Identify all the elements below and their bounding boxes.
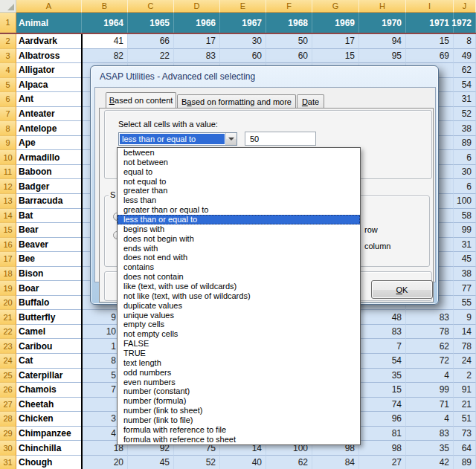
cell-D31[interactable]: 52 xyxy=(174,456,220,469)
cell-E3[interactable]: 60 xyxy=(220,49,266,64)
cell-J30[interactable]: 64 xyxy=(454,441,476,456)
cell-E31[interactable]: 40 xyxy=(220,456,266,469)
cell-A28[interactable]: Chicken xyxy=(16,412,82,427)
cell-I24[interactable]: 72 xyxy=(406,354,454,369)
cell-A12[interactable]: Badger xyxy=(16,179,82,194)
cell-J9[interactable]: 89 xyxy=(454,136,476,151)
cell-J25[interactable]: 2 xyxy=(454,369,476,384)
comparison-combobox[interactable]: less than or equal to xyxy=(118,132,237,146)
cell-I23[interactable]: 62 xyxy=(406,339,454,354)
cell-F3[interactable]: 60 xyxy=(266,49,312,64)
row-header-4[interactable]: 4 xyxy=(0,63,16,78)
cell-D2[interactable]: 17 xyxy=(174,34,220,49)
cell-I1[interactable]: 1971 xyxy=(406,13,454,33)
cell-J3[interactable]: 49 xyxy=(454,49,476,64)
cell-I29[interactable]: 83 xyxy=(406,427,454,441)
row-header-23[interactable]: 23 xyxy=(0,339,16,354)
cell-J7[interactable]: 52 xyxy=(454,107,476,122)
row-header-21[interactable]: 21 xyxy=(0,310,16,325)
column-header-G[interactable]: G xyxy=(312,0,359,13)
row-header-8[interactable]: 8 xyxy=(0,121,16,136)
cell-B3[interactable]: 82 xyxy=(82,49,128,64)
cell-J12[interactable]: 6 xyxy=(454,179,476,194)
row-header-2[interactable]: 2 xyxy=(0,34,16,49)
dropdown-item[interactable]: not like (text, with use of wildcards) xyxy=(118,291,360,301)
cell-J17[interactable]: 45 xyxy=(454,252,476,267)
dropdown-item[interactable]: less than or equal to xyxy=(118,215,360,224)
column-header-A[interactable]: A xyxy=(16,0,82,13)
dropdown-item[interactable]: text length xyxy=(118,358,360,368)
cell-J15[interactable]: 99 xyxy=(454,223,476,238)
cell-J4[interactable]: 62 xyxy=(454,63,476,78)
row-header-29[interactable]: 29 xyxy=(0,427,16,441)
row-header-3[interactable]: 3 xyxy=(0,49,16,64)
row-header-16[interactable]: 16 xyxy=(0,238,16,253)
cell-I26[interactable]: 99 xyxy=(406,383,454,398)
cell-J24[interactable]: 24 xyxy=(454,354,476,369)
column-header-D[interactable]: D xyxy=(174,0,220,13)
cell-J21[interactable]: 9 xyxy=(454,310,476,325)
cell-H30[interactable]: 98 xyxy=(359,441,406,456)
cell-A18[interactable]: Bison xyxy=(16,267,82,282)
select-all-corner[interactable] xyxy=(0,0,16,13)
cell-A20[interactable]: Buffalo xyxy=(16,296,82,311)
cell-F1[interactable]: 1968 xyxy=(266,13,312,33)
cell-I30[interactable]: 35 xyxy=(406,441,454,456)
row-header-28[interactable]: 28 xyxy=(0,412,16,427)
row-header-24[interactable]: 24 xyxy=(0,354,16,369)
cell-I21[interactable]: 83 xyxy=(406,310,454,325)
cell-A29[interactable]: Chimpanzee xyxy=(16,427,82,441)
cell-A11[interactable]: Baboon xyxy=(16,165,82,180)
cell-J27[interactable]: 21 xyxy=(454,398,476,413)
row-header-14[interactable]: 14 xyxy=(0,209,16,224)
dropdown-item[interactable]: like (text, with use of wildcards) xyxy=(118,282,360,291)
cell-A4[interactable]: Alligator xyxy=(16,63,82,78)
row-header-9[interactable]: 9 xyxy=(0,136,16,151)
row-header-13[interactable]: 13 xyxy=(0,194,16,209)
cell-A30[interactable]: Chinchilla xyxy=(16,441,82,456)
cell-C2[interactable]: 66 xyxy=(128,34,174,49)
cell-B1[interactable]: 1964 xyxy=(82,13,128,33)
dropdown-item[interactable]: empty cells xyxy=(118,320,360,329)
cell-H1[interactable]: 1970 xyxy=(359,13,406,33)
cell-J13[interactable]: 100 xyxy=(454,194,476,209)
cell-H29[interactable]: 81 xyxy=(359,427,406,441)
cell-I22[interactable]: 78 xyxy=(406,325,454,340)
cell-G1[interactable]: 1969 xyxy=(312,13,359,33)
tab-based-on-content[interactable]: Based on content xyxy=(106,92,176,108)
cell-J16[interactable]: 31 xyxy=(454,238,476,253)
cell-J26[interactable]: 91 xyxy=(454,383,476,398)
row-header-31[interactable]: 31 xyxy=(0,456,16,469)
cell-J29[interactable]: 73 xyxy=(454,427,476,441)
row-header-1[interactable]: 1 xyxy=(0,13,16,33)
cell-H3[interactable]: 95 xyxy=(359,49,406,64)
row-header-7[interactable]: 7 xyxy=(0,107,16,122)
dropdown-item[interactable]: number (formula) xyxy=(118,396,360,406)
dropdown-item[interactable]: begins with xyxy=(118,224,360,234)
cell-H21[interactable]: 48 xyxy=(359,310,406,325)
cell-H28[interactable]: 96 xyxy=(359,412,406,427)
dropdown-item[interactable]: between xyxy=(118,148,360,158)
cell-J22[interactable]: 14 xyxy=(454,325,476,340)
cell-J20[interactable]: 55 xyxy=(454,296,476,311)
dropdown-item[interactable]: FALSE xyxy=(118,339,360,349)
cell-A3[interactable]: Albatross xyxy=(16,49,82,64)
cell-D1[interactable]: 1966 xyxy=(174,13,220,33)
dropdown-item[interactable]: formula with reference to sheet xyxy=(118,435,360,444)
dropdown-item[interactable]: number (link to file) xyxy=(118,415,360,425)
cell-A17[interactable]: Bee xyxy=(16,252,82,267)
cell-B31[interactable]: 20 xyxy=(82,456,128,469)
cell-G31[interactable]: 84 xyxy=(312,456,359,469)
cell-A25[interactable]: Caterpillar xyxy=(16,369,82,384)
cell-A1[interactable]: Animal xyxy=(16,13,82,33)
column-header-H[interactable]: H xyxy=(359,0,406,13)
row-header-25[interactable]: 25 xyxy=(0,369,16,384)
cell-I3[interactable]: 69 xyxy=(406,49,454,64)
dropdown-item[interactable]: number (constant) xyxy=(118,386,360,396)
cell-J10[interactable]: 6 xyxy=(454,150,476,165)
row-header-27[interactable]: 27 xyxy=(0,398,16,413)
combobox-dropdown-button[interactable] xyxy=(225,133,237,145)
cell-J31[interactable]: 89 xyxy=(454,456,476,469)
row-header-15[interactable]: 15 xyxy=(0,223,16,238)
ok-button[interactable]: OK xyxy=(371,280,433,299)
